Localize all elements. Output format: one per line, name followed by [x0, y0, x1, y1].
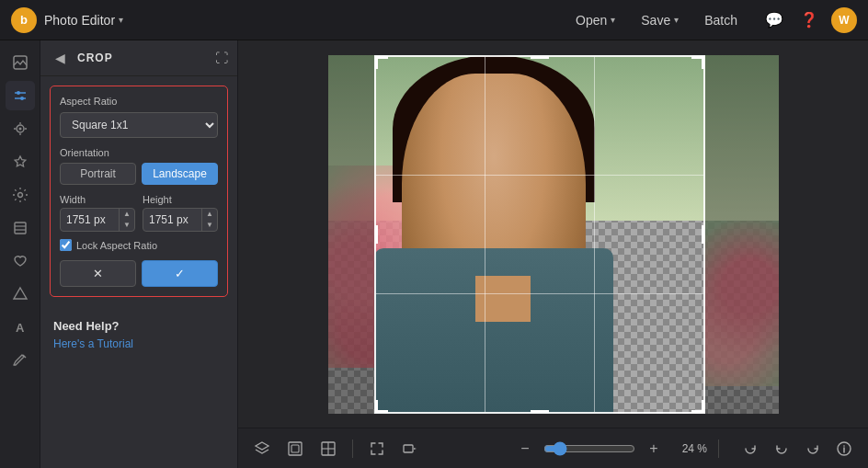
crop-handle-middle-right[interactable] [697, 225, 704, 244]
sidebar-image-btn[interactable] [6, 48, 35, 77]
save-button[interactable]: Save ▾ [632, 9, 688, 31]
portrait-button[interactable]: Portrait [60, 163, 136, 185]
width-spinners: ▲ ▼ [119, 209, 134, 231]
landscape-button[interactable]: Landscape [142, 163, 218, 185]
save-chevron: ▾ [674, 15, 679, 25]
svg-point-2 [17, 91, 20, 95]
zoom-fit-button[interactable] [397, 436, 423, 462]
svg-point-7 [17, 193, 22, 198]
width-input[interactable] [61, 210, 119, 230]
sidebar-draw-btn[interactable] [6, 346, 35, 375]
sidebar-adjust-btn[interactable] [6, 81, 35, 110]
help-tutorial-link[interactable]: Here's a Tutorial [53, 337, 133, 350]
sidebar-favorites-btn[interactable] [6, 147, 35, 177]
svg-point-6 [18, 128, 21, 131]
top-bar: b Photo Editor ▾ Open ▾ Save ▾ Batch 💬 ❓… [0, 0, 868, 40]
width-up-button[interactable]: ▲ [120, 209, 134, 220]
layers-bottom-button[interactable] [249, 436, 275, 462]
image-container [328, 55, 779, 414]
lock-checkbox[interactable] [60, 239, 72, 251]
panel-title: CROP [77, 51, 208, 64]
open-chevron: ▾ [611, 15, 615, 25]
app-logo: b [11, 7, 37, 33]
sidebar-layers-btn[interactable] [6, 213, 35, 243]
info-button[interactable] [831, 436, 857, 462]
svg-rect-18 [404, 445, 413, 452]
svg-rect-14 [291, 445, 299, 452]
height-up-button[interactable]: ▲ [202, 209, 217, 220]
panel-expand-button[interactable]: ⛶ [215, 51, 228, 65]
crop-handle-top-left[interactable] [375, 56, 388, 69]
orientation-buttons: Portrait Landscape [60, 163, 218, 185]
width-field: Width ▲ ▼ [60, 194, 135, 232]
crop-cancel-button[interactable]: ✕ [60, 260, 136, 287]
help-icon-button[interactable]: ❓ [796, 7, 822, 33]
height-input[interactable] [143, 210, 201, 230]
orientation-label: Orientation [60, 147, 218, 158]
crop-handle-bottom-right[interactable] [691, 400, 704, 413]
grid-h1 [376, 175, 703, 176]
app-title: Photo Editor ▾ [44, 13, 123, 28]
height-label: Height [143, 194, 218, 205]
undo-button[interactable] [769, 436, 794, 462]
width-input-wrap: ▲ ▼ [60, 208, 135, 232]
svg-point-21 [843, 445, 845, 447]
sidebar-shape-btn[interactable] [6, 280, 35, 309]
height-input-wrap: ▲ ▼ [143, 208, 218, 232]
help-title: Need Help? [53, 319, 224, 333]
main-area: A ◀ CROP ⛶ Aspect Ratio Square 1x1 Origi… [0, 40, 868, 468]
zoom-slider[interactable] [543, 441, 635, 456]
crop-action-buttons: ✕ ✓ [60, 260, 218, 287]
help-section: Need Help? Here's a Tutorial [40, 306, 237, 351]
panel-header: ◀ CROP ⛶ [40, 40, 237, 76]
svg-text:A: A [16, 321, 25, 335]
icon-sidebar: A [0, 40, 40, 468]
comment-icon-button[interactable]: 💬 [761, 7, 787, 33]
height-down-button[interactable]: ▼ [202, 220, 217, 231]
rotate-button[interactable] [737, 436, 763, 462]
bottom-bar: − + 24 % [238, 428, 868, 468]
sidebar-text-btn[interactable]: A [6, 313, 35, 342]
sidebar-settings-btn[interactable] [6, 180, 35, 210]
zoom-slider-wrap [543, 441, 635, 456]
grid-h2 [376, 293, 703, 294]
bottom-sep-1 [352, 439, 353, 458]
panel-back-button[interactable]: ◀ [50, 48, 70, 68]
canvas-viewport[interactable] [238, 40, 868, 428]
crop-handle-top-right[interactable] [691, 56, 704, 69]
open-button[interactable]: Open ▾ [566, 9, 624, 31]
crop-confirm-button[interactable]: ✓ [142, 260, 218, 287]
redo-button[interactable] [800, 436, 826, 462]
fit-button[interactable] [364, 436, 390, 462]
lock-label: Lock Aspect Ratio [76, 240, 157, 251]
canvas-area: − + 24 % [238, 40, 868, 468]
svg-rect-13 [289, 442, 302, 455]
frames-bottom-button[interactable] [282, 436, 308, 462]
zoom-plus-button[interactable]: + [643, 438, 665, 460]
crop-settings-box: Aspect Ratio Square 1x1 Original Custom … [50, 86, 228, 297]
crop-handle-bottom-left[interactable] [375, 400, 388, 413]
size-row: Width ▲ ▼ Height ▲ [60, 194, 218, 232]
crop-handle-bottom-middle[interactable] [531, 405, 549, 413]
aspect-ratio-select[interactable]: Square 1x1 Original Custom 4:3 16:9 3:2 [60, 112, 218, 138]
svg-marker-11 [14, 288, 27, 299]
crop-handle-middle-left[interactable] [375, 225, 383, 244]
crop-handle-top-middle[interactable] [531, 56, 549, 63]
bottom-sep-2 [718, 439, 719, 458]
grid-lines [376, 57, 703, 412]
title-chevron: ▾ [119, 15, 123, 25]
sidebar-heart-btn[interactable] [6, 246, 35, 276]
svg-point-4 [20, 97, 24, 100]
width-down-button[interactable]: ▼ [120, 220, 134, 231]
crop-overlay[interactable] [374, 55, 705, 414]
batch-button[interactable]: Batch [695, 9, 747, 31]
user-avatar[interactable]: W [831, 7, 857, 33]
width-label: Width [60, 194, 135, 205]
sidebar-preview-btn[interactable] [6, 114, 35, 143]
lock-row: Lock Aspect Ratio [60, 239, 218, 251]
bottom-right-icons [737, 436, 857, 462]
zoom-minus-button[interactable]: − [514, 438, 536, 460]
height-spinners: ▲ ▼ [201, 209, 217, 231]
grid-v2 [594, 57, 595, 412]
layout-bottom-button[interactable] [315, 436, 341, 462]
